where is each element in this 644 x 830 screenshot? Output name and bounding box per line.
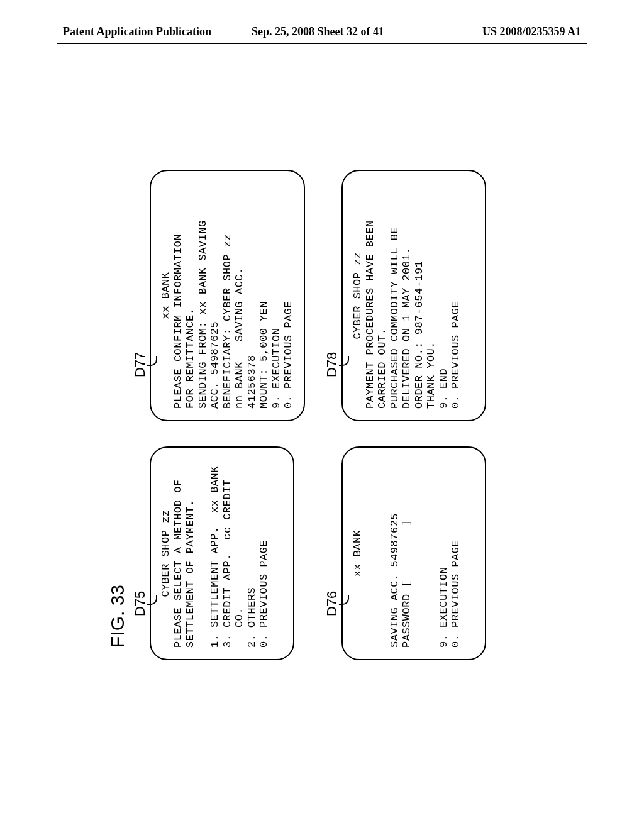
d75-opt3: 3. CREDIT APP. cc CREDIT	[221, 479, 233, 648]
d78-l5: ORDER NO.: 987-654-191	[413, 261, 425, 409]
figure-label: FIG. 33	[107, 585, 128, 648]
screen-tag-d75: D75	[132, 591, 148, 616]
d75-line1: PLEASE SELECT A METHOD OF	[172, 479, 184, 648]
d75-title: CYBER SHOP zz	[160, 459, 172, 648]
d77-l1: PLEASE CONFIRM INFORMATION	[172, 234, 184, 409]
d77-l2: FOR REMITTANCE.	[184, 307, 196, 409]
d77-l9: 9. EXECUTION	[270, 328, 282, 409]
screen-tag-d77: D77	[132, 352, 148, 377]
screen-d78: CYBER SHOP zzPAYMENT PROCEDURES HAVE BEE…	[341, 170, 486, 421]
d77-l10: 0. PREVIOUS PAGE	[282, 301, 294, 409]
d77-l4: ACC. 54987625	[209, 321, 221, 409]
d75-opt3b: CO.	[233, 607, 245, 648]
d77-l8: MOUNT: 5,000 YEN	[258, 301, 270, 409]
d77-l7: 41256378	[246, 355, 258, 409]
d78-l3: PURCHASED COMMODITY WILL BE	[389, 227, 401, 409]
d75-line2: SETTLEMENT OF PAYMENT.	[184, 500, 196, 648]
d78-title: CYBER SHOP zz	[352, 182, 364, 409]
d76-title: xx BANK	[352, 459, 364, 648]
screen-d75: CYBER SHOP zzPLEASE SELECT A METHOD OF S…	[150, 446, 294, 660]
d78-l4: DELIVERED ON 1 MAY 2001.	[401, 247, 413, 409]
d76-l2: PASSWORD [ ]	[401, 520, 413, 648]
d76-l10: 0. PREVIOUS PAGE	[450, 540, 462, 648]
d77-title: xx BANK	[160, 182, 172, 409]
d75-opt2: 2. OTHERS	[246, 587, 258, 648]
d78-l6: THANK YOU.	[425, 341, 437, 409]
screen-tag-d78: D78	[324, 352, 340, 377]
header-rule	[57, 43, 587, 44]
header-right: US 2008/0235359 A1	[482, 25, 581, 38]
header-left: Patent Application Publication	[63, 25, 211, 38]
d75-opt1: 1. SETTLEMENT APP. xx BANK	[209, 466, 221, 648]
d78-l9: 9. END	[438, 368, 450, 409]
d77-l6: nn BANK SAVING ACC.	[233, 267, 245, 409]
screen-d76: xx BANK SAVING ACC. 54987625 PASSWORD [ …	[341, 446, 486, 660]
header-center: Sep. 25, 2008 Sheet 32 of 41	[252, 25, 440, 38]
screen-tag-d76: D76	[324, 591, 340, 616]
d77-l3: SENDING FROM: xx BANK SAVING	[197, 220, 209, 409]
d75-opt0: 0. PREVIOUS PAGE	[258, 540, 270, 648]
d78-l10: 0. PREVIOUS PAGE	[450, 301, 462, 409]
d78-l1: PAYMENT PROCEDURES HAVE BEEN	[364, 220, 376, 409]
d76-l1: SAVING ACC. 54987625	[389, 513, 401, 648]
d77-l5: BENEFICIARY: CYBER SHOP zz	[221, 234, 233, 409]
d76-l9: 9. EXECUTION	[438, 567, 450, 648]
d78-l2: CARRIED OUT.	[376, 328, 388, 409]
screen-d77: xx BANKPLEASE CONFIRM INFORMATION FOR RE…	[150, 170, 305, 421]
figure-33: FIG. 33 D75 CYBER SHOP zzPLEASE SELECT A…	[69, 182, 547, 622]
